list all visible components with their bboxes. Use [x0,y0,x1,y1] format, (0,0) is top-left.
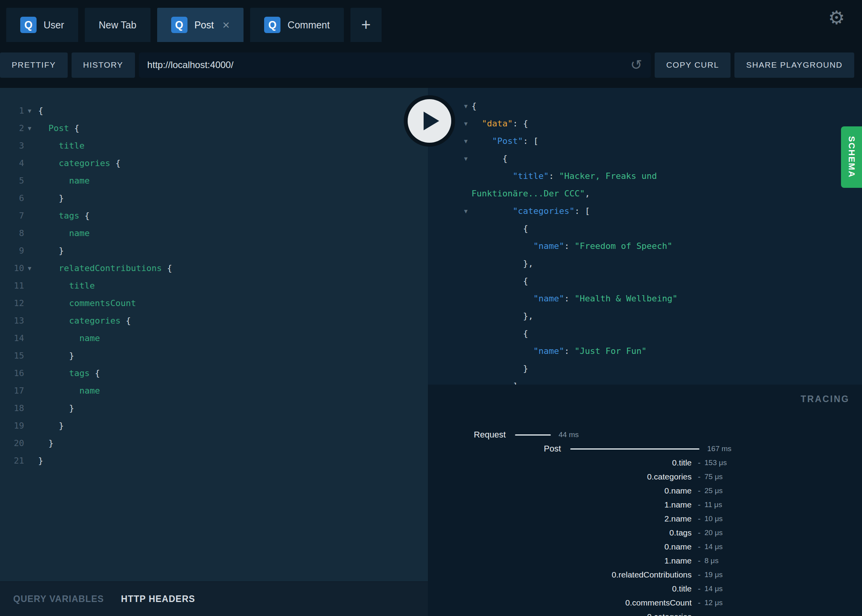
endpoint-url-bar[interactable]: http://localhost:4000/ ↺ [139,52,651,78]
fold-arrow-icon[interactable]: ▾ [24,119,35,137]
fold-spacer [428,185,471,202]
code-text: { [471,220,528,237]
line-gutter: 10▾ [0,259,35,277]
line-number: 2 [19,119,24,137]
endpoint-url-input[interactable]: http://localhost:4000/ [147,60,233,70]
share-playground-button[interactable]: SHARE PLAYGROUND [734,52,854,78]
query-variables-tab[interactable]: QUERY VARIABLES [13,594,104,604]
fold-arrow-icon[interactable]: ▾ [24,102,35,119]
fold-arrow-icon[interactable]: ▾ [428,202,471,220]
line-gutter: 6 [0,189,35,207]
response-code-line: ▾ "Post": [ [428,132,862,150]
trace-time: 167 ms [707,444,731,453]
history-button[interactable]: HISTORY [72,52,135,78]
fold-spacer [428,290,471,307]
fold-spacer [428,220,471,237]
trace-time: 153 μs [704,458,727,467]
trace-label: 0.categories [428,472,692,481]
fold-spacer [428,167,471,185]
trace-label: 0.categories [428,612,692,616]
code-text: } [35,417,64,434]
code-text: name [35,224,89,242]
fold-spacer [428,377,471,385]
code-text: { [471,325,528,342]
tab-post[interactable]: QPost× [157,8,244,42]
trace-label: 1.name [428,500,692,509]
copy-curl-button[interactable]: COPY CURL [655,52,731,78]
response-code-line: ▾ "categories": [ [428,202,862,220]
trace-time: 20 μs [704,528,723,537]
settings-gear-icon[interactable]: ⚙ [828,9,845,27]
fold-arrow-icon[interactable]: ▾ [24,259,35,277]
code-text: { [35,102,43,119]
close-tab-icon[interactable]: × [223,19,230,31]
response-code-line: }, [428,307,862,325]
line-number: 16 [14,364,25,382]
query-code-line: 2▾ Post { [0,119,428,137]
reload-schema-icon[interactable]: ↺ [631,58,642,72]
editor-footer-bar: QUERY VARIABLES HTTP HEADERS [0,581,428,616]
trace-dash: - [698,528,701,537]
line-gutter: 4 [0,154,35,172]
line-gutter: 18 [0,399,35,417]
trace-label: 1.name [428,556,692,565]
response-code-line: "name": "Freedom of Speech" [428,237,862,255]
tab-user[interactable]: QUser [6,8,78,42]
execute-query-button[interactable] [408,99,451,143]
line-number: 8 [19,224,24,242]
code-text: "data": { [471,115,528,132]
prettify-button[interactable]: PRETTIFY [0,52,68,78]
code-text: }, [471,307,533,325]
query-code-line: 7 tags { [0,207,428,224]
query-code-line: 16 tags { [0,364,428,382]
trace-label: 0.tags [428,528,692,537]
code-text: "Post": [ [471,132,538,150]
line-gutter: 13 [0,312,35,329]
line-gutter: 19 [0,417,35,434]
trace-row: 0.name-14 μs [428,540,862,554]
query-code-line: 15 } [0,347,428,364]
line-gutter: 5 [0,172,35,189]
play-icon [424,112,439,130]
trace-dash: - [698,612,701,616]
trace-time: 25 μs [704,486,723,495]
trace-label: 0.title [428,584,692,593]
http-headers-tab[interactable]: HTTP HEADERS [121,594,195,604]
query-editor[interactable]: 1▾{2▾ Post {3 title4 categories {5 name6… [0,88,428,581]
line-number: 10 [14,259,25,277]
response-code-line: }, [428,255,862,272]
line-number: 21 [14,452,25,469]
tab-new-tab[interactable]: New Tab [85,8,151,42]
line-number: 11 [14,277,25,294]
trace-dash: - [698,500,701,509]
line-gutter: 7 [0,207,35,224]
new-tab-button[interactable]: + [350,8,382,42]
code-text: }, [471,255,533,272]
trace-row: 2.name-10 μs [428,512,862,526]
query-code-line: 10▾ relatedContributions { [0,259,428,277]
schema-sidebar-tab[interactable]: SCHEMA [841,126,862,188]
fold-spacer [24,382,35,399]
trace-row: 0.tags-20 μs [428,526,862,540]
query-code-line: 21} [0,452,428,469]
response-code-line: "name": "Health & Wellbeing" [428,290,862,307]
trace-label: Request [428,430,506,440]
trace-rows: Request44 msPost167 ms0.title-153 μs0.ca… [428,428,862,616]
trace-row: 0.name-25 μs [428,484,862,498]
trace-label: 0.name [428,542,692,551]
query-code-line: 6 } [0,189,428,207]
trace-time: 11 μs [704,500,722,509]
line-gutter: 2▾ [0,119,35,137]
trace-time: 14 μs [704,542,723,551]
fold-spacer [428,237,471,255]
toolbar: PRETTIFY HISTORY http://localhost:4000/ … [0,42,862,88]
query-badge-icon: Q [20,17,37,33]
trace-dash: - [698,542,701,551]
code-text: } [35,434,54,452]
tab-comment[interactable]: QComment [250,8,343,42]
response-viewer[interactable]: ▾{▾ "data": {▾ "Post": [▾ { "title": "Ha… [428,88,862,385]
response-code-line: ] [428,377,862,385]
line-number: 14 [14,329,25,347]
fold-arrow-icon[interactable]: ▾ [428,150,471,167]
fold-spacer [24,452,35,469]
